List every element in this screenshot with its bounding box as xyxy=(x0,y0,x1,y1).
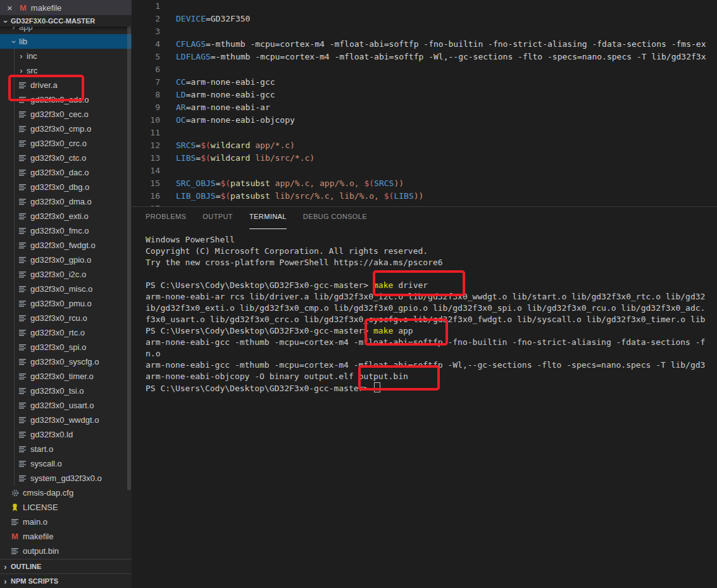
tree-item-gd32f3x0_syscfg.o[interactable]: gd32f3x0_syscfg.o xyxy=(0,354,132,369)
tree-item-start.o[interactable]: start.o xyxy=(0,442,132,456)
tree-item-label: driver.a xyxy=(30,80,58,90)
file-icon xyxy=(18,402,27,409)
code-editor[interactable]: 12DEVICE=GD32F35034CFLAGS=-mthumb -mcpu=… xyxy=(132,0,717,206)
tree-item-label: src xyxy=(27,66,37,75)
tree-item-syscall.o[interactable]: syscall.o xyxy=(0,456,132,471)
panel-tab-bar: PROBLEMSOUTPUTTERMINALDEBUG CONSOLE xyxy=(132,207,717,229)
tree-item-gd32f3x0_cec.o[interactable]: gd32f3x0_cec.o xyxy=(0,107,132,122)
file-icon xyxy=(18,227,27,234)
tree-item-gd32f3x0_cmp.o[interactable]: gd32f3x0_cmp.o xyxy=(0,122,132,136)
file-icon xyxy=(18,140,27,147)
terminal-line: Windows PowerShell xyxy=(146,234,717,246)
tree-item-lib[interactable]: ›lib xyxy=(0,34,132,49)
tree-item-LICENSE[interactable]: LICENSE xyxy=(0,500,132,515)
sidebar-scrollbar[interactable] xyxy=(127,27,131,490)
tree-item-gd32f3x0_fwdgt.o[interactable]: gd32f3x0_fwdgt.o xyxy=(0,238,132,253)
tree-item-label: gd32f3x0_gpio.o xyxy=(30,255,91,265)
tree-item-makefile[interactable]: Mmakefile xyxy=(0,529,132,544)
tree-item-app[interactable]: ›app xyxy=(0,27,132,34)
tree-item-label: gd32f3x0_dac.o xyxy=(30,168,89,177)
terminal-output[interactable]: Windows PowerShellCopyright (C) Microsof… xyxy=(132,229,717,394)
tree-item-gd32f3x0_rcu.o[interactable]: gd32f3x0_rcu.o xyxy=(0,311,132,325)
tree-item-system_gd32f3x0.o[interactable]: system_gd32f3x0.o xyxy=(0,471,132,485)
tree-item-gd32f3x0_spi.o[interactable]: gd32f3x0_spi.o xyxy=(0,340,132,354)
tree-item-gd32f3x0_i2c.o[interactable]: gd32f3x0_i2c.o xyxy=(0,267,132,282)
code-line-12[interactable]: 12SRCS=$(wildcard app/*.c) xyxy=(132,139,717,152)
code-text: LIBS=$(wildcard lib/src/*.c) xyxy=(176,152,315,165)
code-line-14[interactable]: 14 xyxy=(132,165,717,177)
terminal-text: arm-none-eabi-gcc -mthumb -mcpu=cortex-m… xyxy=(146,360,705,370)
code-line-6[interactable]: 6 xyxy=(132,63,717,76)
npm-scripts-section-header[interactable]: › NPM SCRIPTS xyxy=(0,573,132,588)
tree-item-label: gd32f3x0_syscfg.o xyxy=(30,357,99,366)
line-number: 4 xyxy=(132,38,160,51)
tree-item-gd32f3x0_exti.o[interactable]: gd32f3x0_exti.o xyxy=(0,209,132,223)
panel-tab-problems[interactable]: PROBLEMS xyxy=(146,213,186,229)
tree-item-gd32f3x0_misc.o[interactable]: gd32f3x0_misc.o xyxy=(0,282,132,296)
open-editor-makefile[interactable]: × M makefile xyxy=(0,0,132,15)
outline-section-header[interactable]: › OUTLINE xyxy=(0,559,132,573)
tree-item-src[interactable]: ›src xyxy=(0,63,132,78)
explorer-root-header[interactable]: › GD32F3X0-GCC-MASTER xyxy=(0,15,132,27)
code-line-1[interactable]: 1 xyxy=(132,0,717,13)
panel-tab-terminal[interactable]: TERMINAL xyxy=(249,213,287,229)
file-icon xyxy=(10,547,20,554)
chevron-down-icon: › xyxy=(9,39,19,46)
tree-item-gd32f3x0_pmu.o[interactable]: gd32f3x0_pmu.o xyxy=(0,296,132,311)
tree-item-gd32f3x0_usart.o[interactable]: gd32f3x0_usart.o xyxy=(0,398,132,413)
line-number: 5 xyxy=(132,51,160,63)
tree-item-gd32f3x0.ld[interactable]: gd32f3x0.ld xyxy=(0,427,132,442)
tree-item-gd32f3x0_rtc.o[interactable]: gd32f3x0_rtc.o xyxy=(0,325,132,340)
terminal-text: ib/gd32f3x0_exti.o lib/gd32f3x0_cmp.o li… xyxy=(146,303,705,313)
terminal-line: arm-none-eabi-gcc -mthumb -mcpu=cortex-m… xyxy=(146,337,717,348)
code-line-7[interactable]: 7CC=arm-none-eabi-gcc xyxy=(132,76,717,89)
terminal-line: PS C:\Users\Cody\Desktop\GD32F3x0-gcc-ma… xyxy=(146,325,717,337)
chevron-right-icon: › xyxy=(18,66,25,75)
tree-item-label: gd32f3x0_usart.o xyxy=(30,401,94,410)
tree-item-label: gd32f3x0_dbg.o xyxy=(30,182,89,192)
tree-item-main.o[interactable]: main.o xyxy=(0,515,132,529)
tree-item-output.bin[interactable]: output.bin xyxy=(0,544,132,558)
tree-item-label: gd32f3x0_rtc.o xyxy=(30,328,85,337)
tree-item-cmsis-dap.cfg[interactable]: cmsis-dap.cfg xyxy=(0,485,132,500)
file-icon xyxy=(18,315,27,322)
file-icon xyxy=(18,96,27,103)
code-line-11[interactable]: 11 xyxy=(132,127,717,139)
code-line-2[interactable]: 2DEVICE=GD32F350 xyxy=(132,13,717,25)
tree-item-gd32f3x0_fmc.o[interactable]: gd32f3x0_fmc.o xyxy=(0,223,132,238)
tree-item-gd32f3x0_wwdgt.o[interactable]: gd32f3x0_wwdgt.o xyxy=(0,413,132,427)
tree-item-gd32f3x0_crc.o[interactable]: gd32f3x0_crc.o xyxy=(0,136,132,151)
code-line-10[interactable]: 10OC=arm-none-eabi-objcopy xyxy=(132,114,717,127)
close-icon[interactable]: × xyxy=(7,3,15,13)
tree-item-gd32f3x0_dma.o[interactable]: gd32f3x0_dma.o xyxy=(0,194,132,209)
code-line-13[interactable]: 13LIBS=$(wildcard lib/src/*.c) xyxy=(132,152,717,165)
code-line-15[interactable]: 15SRC_OBJS=$(patsubst app/%.c, app/%.o, … xyxy=(132,177,717,190)
tree-item-gd32f3x0_dbg.o[interactable]: gd32f3x0_dbg.o xyxy=(0,180,132,194)
code-text: LDFLAGS=-mthumb -mcpu=cortex-m4 -mfloat-… xyxy=(176,51,706,63)
code-line-3[interactable]: 3 xyxy=(132,25,717,38)
file-icon xyxy=(18,256,27,263)
tree-item-gd32f3x0_gpio.o[interactable]: gd32f3x0_gpio.o xyxy=(0,253,132,267)
tree-item-gd32f3x0_dac.o[interactable]: gd32f3x0_dac.o xyxy=(0,165,132,180)
code-line-5[interactable]: 5LDFLAGS=-mthumb -mcpu=cortex-m4 -mfloat… xyxy=(132,51,717,63)
line-number: 2 xyxy=(132,13,160,25)
file-icon xyxy=(18,82,27,89)
code-line-9[interactable]: 9AR=arm-none-eabi-ar xyxy=(132,101,717,114)
tree-item-label: gd32f3x0_ctc.o xyxy=(30,153,86,163)
tree-item-label: gd32f3x0_adc.o xyxy=(30,95,89,104)
tree-item-driver.a[interactable]: driver.a xyxy=(0,78,132,92)
panel-tab-output[interactable]: OUTPUT xyxy=(203,213,233,229)
code-line-4[interactable]: 4CFLAGS=-mthumb -mcpu=cortex-m4 -mfloat-… xyxy=(132,38,717,51)
code-line-16[interactable]: 16LIB_OBJS=$(patsubst lib/src/%.c, lib/%… xyxy=(132,190,717,203)
code-line-8[interactable]: 8LD=arm-none-eabi-gcc xyxy=(132,89,717,101)
terminal-text: f3x0_usart.o lib/gd32f3x0_crc.o lib/gd32… xyxy=(146,315,705,324)
panel-tab-debug-console[interactable]: DEBUG CONSOLE xyxy=(303,213,367,229)
file-icon xyxy=(18,431,27,438)
tree-item-gd32f3x0_adc.o[interactable]: gd32f3x0_adc.o xyxy=(0,92,132,107)
tree-item-gd32f3x0_tsi.o[interactable]: gd32f3x0_tsi.o xyxy=(0,384,132,398)
tree-item-label: main.o xyxy=(23,517,47,527)
tree-item-inc[interactable]: ›inc xyxy=(0,49,132,63)
tree-item-gd32f3x0_timer.o[interactable]: gd32f3x0_timer.o xyxy=(0,369,132,384)
line-number: 11 xyxy=(132,127,160,139)
tree-item-gd32f3x0_ctc.o[interactable]: gd32f3x0_ctc.o xyxy=(0,151,132,165)
